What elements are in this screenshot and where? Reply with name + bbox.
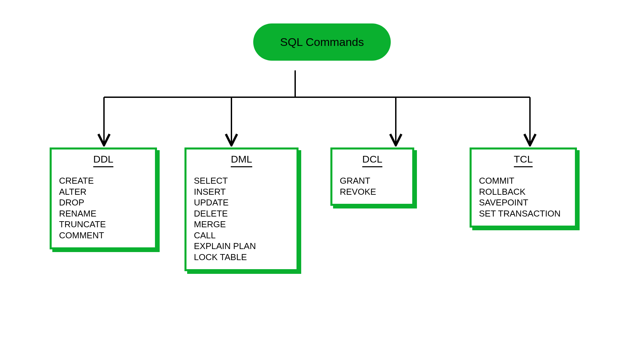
item: SET TRANSACTION [479,208,568,219]
item: INSERT [194,186,289,197]
category-title: DDL [93,154,113,167]
item: RENAME [59,208,148,219]
category-title: TCL [514,154,533,167]
category-box-dcl: DCL GRANT REVOKE [330,147,414,206]
category-box-tcl: TCL COMMIT ROLLBACK SAVEPOINT SET TRANSA… [470,147,577,228]
item: ALTER [59,186,148,197]
item: CREATE [59,175,148,186]
item: EXPLAIN PLAN [194,241,289,252]
category-items: GRANT REVOKE [340,175,405,197]
category-items: CREATE ALTER DROP RENAME TRUNCATE COMMEN… [59,175,148,241]
item: LOCK TABLE [194,252,289,263]
item: UPDATE [194,197,289,208]
category-items: SELECT INSERT UPDATE DELETE MERGE CALL E… [194,175,289,262]
item: CALL [194,230,289,241]
item: DROP [59,197,148,208]
diagram-canvas: SQL Commands DDL CREATE ALTER DROP RENAM… [0,0,644,362]
item: REVOKE [340,186,405,197]
item: MERGE [194,219,289,230]
item: TRUNCATE [59,219,148,230]
item: ROLLBACK [479,186,568,197]
item: GRANT [340,175,405,186]
item: SAVEPOINT [479,197,568,208]
category-title: DCL [362,154,382,167]
item: DELETE [194,208,289,219]
category-box-ddl: DDL CREATE ALTER DROP RENAME TRUNCATE CO… [50,147,157,249]
item: COMMIT [479,175,568,186]
item: SELECT [194,175,289,186]
item: COMMENT [59,230,148,241]
category-items: COMMIT ROLLBACK SAVEPOINT SET TRANSACTIO… [479,175,568,219]
root-node: SQL Commands [253,23,391,61]
category-box-dml: DML SELECT INSERT UPDATE DELETE MERGE CA… [184,147,299,271]
category-title: DML [231,154,252,167]
